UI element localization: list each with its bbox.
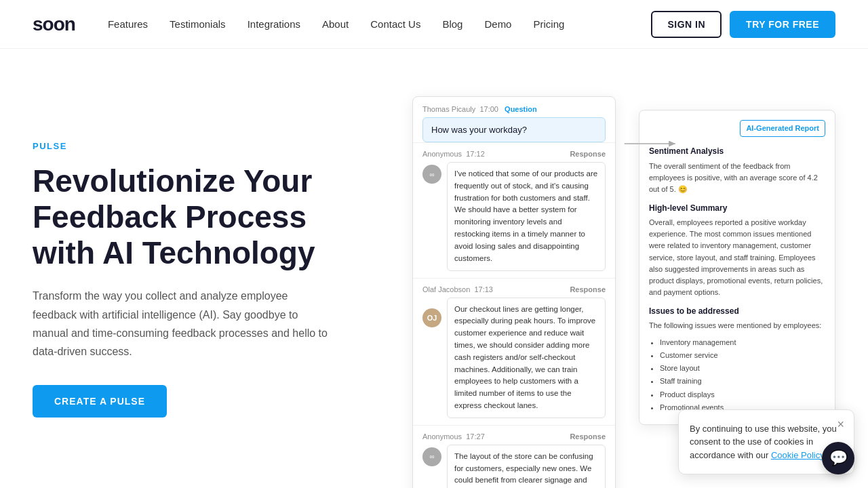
nav-contact[interactable]: Contact Us xyxy=(370,18,420,30)
response-3-content: ∞ The layout of the store can be confusi… xyxy=(422,445,606,488)
brand-logo[interactable]: soon xyxy=(33,14,75,35)
question-row: Thomas Picauly 17:00 Question How was yo… xyxy=(413,97,615,142)
response-2-meta: Olaf Jacobson 17:13 xyxy=(422,285,493,293)
issue-1: Inventory management xyxy=(660,337,825,348)
question-user: Thomas Picauly xyxy=(422,105,475,113)
question-bubble: How was your workday? xyxy=(422,117,606,142)
response-3-text: The layout of the store can be confusing… xyxy=(447,445,606,488)
avatar-anon-3: ∞ xyxy=(422,447,441,466)
cookie-close-button[interactable]: × xyxy=(837,418,844,430)
issue-2: Customer service xyxy=(660,350,825,361)
question-time: 17:00 xyxy=(479,105,498,113)
nav-features[interactable]: Features xyxy=(108,18,148,30)
nav-links: Features Testimonials Integrations About… xyxy=(108,18,652,30)
issue-3: Store layout xyxy=(660,363,825,374)
try-free-button[interactable]: TRY FOR FREE xyxy=(730,11,835,38)
nav-integrations[interactable]: Integrations xyxy=(248,18,300,30)
response-3-label: Response xyxy=(570,432,606,441)
nav-testimonials[interactable]: Testimonials xyxy=(170,18,226,30)
issues-title: Issues to be addressed xyxy=(649,305,825,318)
nav-actions: SIGN IN TRY FOR FREE xyxy=(651,11,835,38)
cookie-policy-link[interactable]: Cookie Policy xyxy=(771,450,824,460)
question-meta: Thomas Picauly 17:00 Question xyxy=(422,105,606,113)
response-1-content: ∞ I've noticed that some of our products… xyxy=(422,162,606,271)
chat-icon: 💬 xyxy=(829,449,848,467)
response-1-header: Anonymous 17:12 Response xyxy=(422,150,606,158)
response-3-header: Anonymous 17:27 Response xyxy=(422,432,606,441)
nav-demo[interactable]: Demo xyxy=(484,18,511,30)
issue-4: Staff training xyxy=(660,375,825,387)
response-1: Anonymous 17:12 Response ∞ I've noticed … xyxy=(413,142,615,278)
ai-tag: AI-Generated Report xyxy=(740,120,825,137)
feedback-panel: Thomas Picauly 17:00 Question How was yo… xyxy=(412,96,616,488)
response-2-label: Response xyxy=(570,285,606,293)
question-tag: Question xyxy=(505,105,537,113)
hero-title: Revolutionize Your Feedback Process with… xyxy=(33,163,372,271)
nav-pricing[interactable]: Pricing xyxy=(533,18,564,30)
nav-about[interactable]: About xyxy=(322,18,349,30)
chat-fab-button[interactable]: 💬 xyxy=(822,442,854,474)
navbar: soon Features Testimonials Integrations … xyxy=(0,0,868,49)
issues-list: Inventory management Customer service St… xyxy=(649,337,825,413)
response-2: Olaf Jacobson 17:13 Response OJ Our chec… xyxy=(413,278,615,425)
response-3: Anonymous 17:27 Response ∞ The layout of… xyxy=(413,425,615,488)
signin-button[interactable]: SIGN IN xyxy=(651,11,722,38)
create-pulse-button[interactable]: CREATE A PULSE xyxy=(33,385,167,418)
nav-blog[interactable]: Blog xyxy=(442,18,462,30)
hero-left: PULSE Revolutionize Your Feedback Proces… xyxy=(33,141,372,418)
avatar-anon-1: ∞ xyxy=(422,165,441,184)
response-1-label: Response xyxy=(570,150,606,158)
response-1-text: I've noticed that some of our products a… xyxy=(447,162,606,271)
response-2-header: Olaf Jacobson 17:13 Response xyxy=(422,285,606,293)
response-2-content: OJ Our checkout lines are getting longer… xyxy=(422,298,606,418)
ai-panel-header: AI-Generated Report xyxy=(649,120,825,137)
pulse-label: PULSE xyxy=(33,141,372,151)
response-3-meta: Anonymous 17:27 xyxy=(422,432,485,441)
hero-description: Transform the way you collect and analyz… xyxy=(33,287,331,361)
response-2-text: Our checkout lines are getting longer, e… xyxy=(447,298,606,418)
issue-5: Product displays xyxy=(660,389,825,401)
sentiment-text: The overall sentiment of the feedback fr… xyxy=(649,161,825,195)
issues-intro: The following issues were mentioned by e… xyxy=(649,320,825,331)
sentiment-title: Sentiment Analysis xyxy=(649,145,825,158)
summary-text: Overall, employees reported a positive w… xyxy=(649,217,825,298)
response-1-meta: Anonymous 17:12 xyxy=(422,150,485,158)
avatar-olaf: OJ xyxy=(422,308,441,327)
summary-title: High-level Summary xyxy=(649,202,825,215)
ai-report-panel: AI-Generated Report Sentiment Analysis T… xyxy=(639,110,835,425)
